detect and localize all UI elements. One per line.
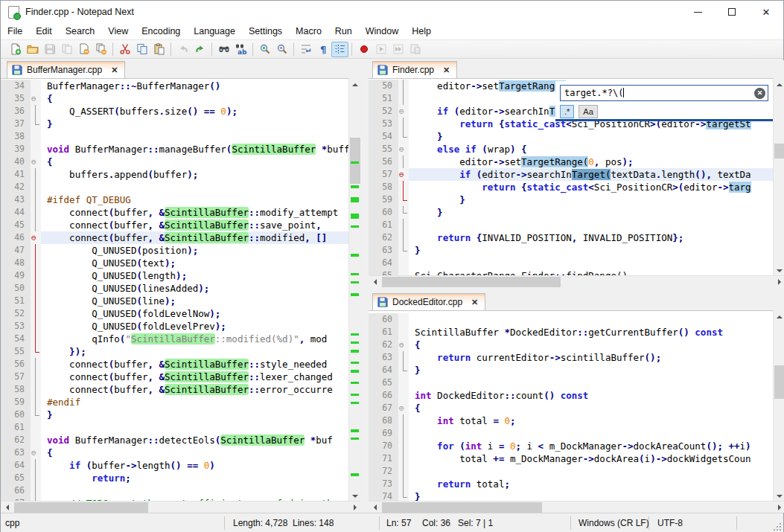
close-all-documents-icon[interactable] [92, 42, 109, 57]
line-number[interactable]: 72 [369, 465, 398, 478]
code-line[interactable]: 56 connect(buffer, &ScintillaBuffer::sty… [1, 358, 348, 371]
status-encoding[interactable]: UTF-8 [657, 513, 683, 532]
line-number[interactable]: 67 [369, 402, 398, 414]
code-line[interactable]: 63} [369, 244, 773, 257]
line-number[interactable]: 58 [1, 383, 31, 396]
line-number[interactable]: 52 [1, 307, 31, 320]
scrollbar-thumb[interactable] [382, 502, 542, 513]
scroll-right-arrow[interactable] [773, 501, 784, 513]
code-line[interactable]: 47 Q_UNUSED(position); [1, 244, 348, 257]
code-line[interactable]: 58 return {static_cast<Sci_PositionCR>(e… [369, 181, 773, 193]
code-line[interactable]: 37} [1, 118, 348, 130]
line-number[interactable]: 36 [1, 105, 31, 118]
code-line[interactable]: 62{ [369, 339, 773, 351]
code-line[interactable]: 53 Q_UNUSED(foldLevelPrev); [1, 320, 348, 333]
line-number[interactable]: 40 [1, 156, 31, 168]
line-number[interactable]: 74 [369, 490, 398, 501]
line-number[interactable]: 64 [1, 459, 31, 472]
horizontal-scrollbar-left[interactable] [1, 501, 360, 513]
macro-record-icon[interactable] [355, 42, 372, 57]
scrollbar-thumb[interactable] [350, 138, 360, 184]
line-number[interactable]: 60 [369, 206, 398, 219]
line-number[interactable]: 50 [369, 80, 398, 92]
code-line[interactable]: 63{ [1, 446, 348, 459]
code-line[interactable]: 54 } [369, 130, 773, 143]
code-line[interactable]: 36 Q_ASSERT(buffers.size() == 0); [1, 105, 348, 118]
save-copy-icon[interactable] [58, 42, 75, 57]
code-line[interactable]: 59#endif [1, 396, 348, 408]
vertical-scrollbar-finder[interactable] [773, 78, 784, 275]
editor-dockededitor[interactable]: 6061ScintillaBuffer *DockedEditor::getCu… [369, 310, 784, 501]
code-line[interactable]: 73 return total; [369, 478, 773, 490]
horizontal-scrollbar-docked[interactable] [369, 501, 784, 513]
horizontal-scrollbar-finder[interactable] [369, 275, 784, 287]
vertical-scrollbar-docked[interactable] [773, 310, 784, 501]
line-number[interactable]: 61 [1, 421, 31, 434]
code-line[interactable]: 66int DockedEditor::count() const [369, 389, 773, 402]
vertical-scrollbar-left[interactable] [348, 78, 360, 501]
line-number[interactable]: 62 [369, 231, 398, 244]
line-number[interactable]: 63 [1, 446, 31, 459]
show-all-characters-icon[interactable]: ¶ [314, 42, 331, 57]
editor-buffermanager[interactable]: 34BufferManager::~BufferManager()35{36 Q… [1, 78, 360, 501]
code-line[interactable]: 45 connect(buffer, &ScintillaBuffer::sav… [1, 219, 348, 231]
tab-close-icon[interactable]: ✕ [470, 298, 479, 307]
code-line[interactable]: 70 for (int i = 0; i < m_DockManager->do… [369, 440, 773, 452]
line-number[interactable]: 65 [1, 472, 31, 484]
line-number[interactable]: 56 [369, 156, 398, 168]
undo-icon[interactable] [174, 42, 191, 57]
line-number[interactable]: 50 [1, 282, 31, 295]
fold-marker[interactable] [31, 156, 41, 168]
status-doc-type[interactable]: cpp [5, 513, 19, 532]
scrollbar-thumb[interactable] [774, 144, 784, 158]
line-number[interactable]: 63 [369, 244, 398, 257]
word-wrap-icon[interactable] [297, 42, 314, 57]
line-number[interactable]: 38 [1, 130, 31, 143]
macro-save-icon[interactable] [407, 42, 424, 57]
line-number[interactable]: 64 [369, 257, 398, 269]
tab-finder[interactable]: Finder.cpp ✕ [372, 61, 457, 78]
tab-close-icon[interactable]: ✕ [442, 65, 451, 75]
redo-icon[interactable] [191, 42, 208, 57]
code-line[interactable]: 50 Q_UNUSED(linesAdded); [1, 282, 348, 295]
fold-marker[interactable] [398, 143, 409, 156]
code-line[interactable]: 59 } [369, 193, 773, 206]
line-number[interactable]: 46 [1, 231, 31, 244]
menu-help[interactable]: Help [405, 23, 438, 40]
line-number[interactable]: 64 [369, 364, 398, 376]
line-number[interactable]: 43 [1, 193, 31, 206]
horizontal-splitter[interactable] [369, 287, 784, 292]
line-number[interactable]: 52 [369, 105, 398, 118]
code-line[interactable]: 60 [369, 313, 773, 326]
code-line[interactable]: 49 Q_UNUSED(length); [1, 269, 348, 282]
macro-play-icon[interactable] [372, 42, 389, 57]
code-line[interactable]: 63 return currentEditor->scintillaBuffer… [369, 351, 773, 364]
scroll-left-arrow[interactable] [1, 501, 13, 513]
code-line[interactable]: 65 [369, 376, 773, 389]
scroll-left-arrow[interactable] [369, 276, 380, 287]
code-line[interactable]: 48 Q_UNUSED(text); [1, 257, 348, 269]
menu-language[interactable]: Language [187, 23, 242, 40]
line-number[interactable]: 66 [1, 484, 31, 497]
menu-file[interactable]: File [1, 23, 29, 40]
code-line[interactable]: 67{ [369, 402, 773, 414]
code-line[interactable]: 44 connect(buffer, &ScintillaBuffer::mod… [1, 206, 348, 219]
open-folder-icon[interactable] [24, 42, 41, 57]
line-number[interactable]: 60 [1, 408, 31, 421]
menu-settings[interactable]: Settings [242, 23, 289, 40]
fold-marker[interactable] [31, 231, 41, 244]
line-number[interactable]: 48 [1, 257, 31, 269]
line-number[interactable]: 35 [1, 92, 31, 105]
code-line[interactable]: 62 return {INVALID_POSITION, INVALID_POS… [369, 231, 773, 244]
line-number[interactable]: 57 [369, 168, 398, 181]
code-line[interactable]: 42 [1, 181, 348, 193]
scroll-up-arrow[interactable] [349, 78, 361, 89]
find-input[interactable]: target.*?\( [560, 85, 768, 101]
tab-close-icon[interactable]: ✕ [109, 65, 119, 75]
code-line[interactable]: 40{ [1, 156, 348, 168]
code-line[interactable]: 54 qInfo("ScintillaBuffer::modified(%d)"… [1, 333, 348, 345]
code-line[interactable]: 34BufferManager::~BufferManager() [1, 80, 348, 92]
regex-toggle-button[interactable]: .* [560, 105, 574, 118]
code-line[interactable]: 41 buffers.append(buffer); [1, 168, 348, 181]
code-line[interactable]: 43#ifdef QT_DEBUG [1, 193, 348, 206]
